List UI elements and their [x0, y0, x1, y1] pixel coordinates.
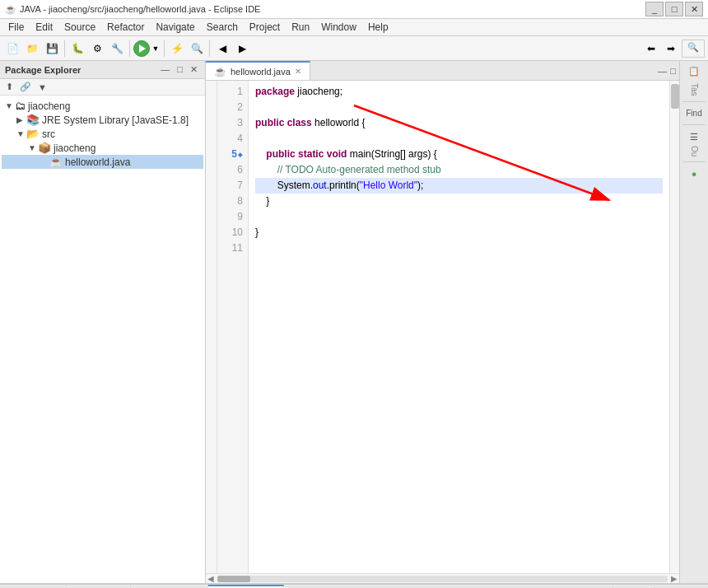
tree-arrow-jiaocheng: ▼: [5, 101, 15, 110]
tree-item-src[interactable]: ▼ 📂 src: [2, 127, 203, 141]
java-file-icon: ☕: [49, 156, 63, 168]
settings-button[interactable]: ⚙: [88, 40, 106, 58]
tools-button[interactable]: 🔧: [108, 40, 126, 58]
toolbar: 📄 📁 💾 🐛 ⚙ 🔧 ▼ ⚡ 🔍 ◀ ▶ ⬅ ➡ 🔍: [0, 36, 708, 61]
scroll-left-arrow[interactable]: ◀: [207, 574, 214, 583]
menu-source[interactable]: Source: [59, 20, 100, 35]
find-replace-button[interactable]: Find: [684, 107, 703, 119]
menu-refactor[interactable]: Refactor: [102, 20, 149, 35]
menu-project[interactable]: Project: [245, 20, 285, 35]
close-panel-button[interactable]: ✕: [188, 63, 200, 76]
library-icon: 📚: [26, 114, 40, 126]
editor-max-button[interactable]: □: [670, 66, 676, 76]
code-line-7: System.out.println("Hello World");: [255, 178, 663, 194]
scroll-right-arrow[interactable]: ▶: [671, 574, 678, 583]
ln-9: 9: [221, 209, 243, 225]
tab-javadoc[interactable]: @ Javadoc: [67, 585, 130, 588]
package-explorer-header: Package Explorer — □ ✕: [0, 61, 205, 79]
tree-arrow-package: ▼: [28, 143, 38, 152]
project-icon: 🗂: [15, 100, 26, 112]
menu-help[interactable]: Help: [363, 20, 394, 35]
editor-min-button[interactable]: —: [658, 66, 667, 76]
prev-button[interactable]: ◀: [213, 40, 231, 58]
menu-edit[interactable]: Edit: [30, 20, 58, 35]
right-sep: [682, 101, 706, 102]
run-button[interactable]: [133, 40, 150, 57]
external-tools-button[interactable]: ⚡: [168, 40, 186, 58]
tree-label-helloworld: helloworld.java: [65, 156, 130, 168]
view-menu-button[interactable]: ▼: [35, 82, 49, 93]
ln-1: 1: [221, 84, 243, 100]
collapse-all-button[interactable]: ⬆: [3, 81, 16, 93]
tree-label-jre: JRE System Library [JavaSE-1.8]: [42, 114, 189, 126]
ln-7: 7: [221, 178, 243, 194]
ln-5: 5⬥: [221, 147, 243, 162]
tree-item-package[interactable]: ▼ 📦 jiaocheng: [2, 141, 203, 155]
menu-window[interactable]: Window: [316, 20, 361, 35]
tab-declaration[interactable]: 📄 Declaration: [131, 585, 209, 588]
editor-area: ☕ helloworld.java ✕ — □ 1 2 3 4 5⬥: [206, 61, 679, 583]
tab-console[interactable]: ▦ Console ✕: [208, 585, 283, 588]
title-bar: ☕ JAVA - jiaocheng/src/jiaocheng/hellowo…: [0, 0, 708, 19]
panel-header-icons: — □ ✕: [158, 63, 200, 76]
new-button[interactable]: 📄: [3, 40, 21, 58]
debug-button[interactable]: 🐛: [68, 40, 86, 58]
back-button[interactable]: ⬅: [642, 40, 660, 58]
minimize-button[interactable]: _: [645, 2, 664, 16]
hscroll-thumb[interactable]: [217, 576, 250, 582]
save-button[interactable]: 💾: [43, 40, 61, 58]
minimize-panel-button[interactable]: —: [158, 63, 172, 76]
tab-java-icon: ☕: [214, 66, 226, 77]
code-line-10: }: [255, 225, 663, 240]
code-content[interactable]: package jiaocheng; public class hellowor…: [249, 81, 669, 573]
menu-navigate[interactable]: Navigate: [151, 20, 199, 35]
maximize-button[interactable]: □: [665, 2, 683, 16]
scrollbar-thumb[interactable]: [671, 84, 679, 109]
ln-6: 6: [221, 162, 243, 178]
tree-label-jiaocheng: jiaocheng: [28, 100, 70, 112]
console-right-button[interactable]: ●: [690, 167, 699, 180]
java-icon: ☕: [5, 4, 16, 15]
horizontal-scrollbar[interactable]: ◀ ▶: [206, 573, 679, 583]
menu-run[interactable]: Run: [286, 20, 314, 35]
search-button[interactable]: 🔍: [188, 40, 206, 58]
run-dropdown[interactable]: ▼: [151, 40, 161, 58]
code-line-9: [255, 209, 663, 225]
editor-tab-helloworld[interactable]: ☕ helloworld.java ✕: [206, 61, 310, 80]
tab-problems[interactable]: ⚠ Problems: [0, 585, 67, 588]
tree-arrow-src: ▼: [16, 129, 26, 138]
ln-4: 4: [221, 131, 243, 147]
code-line-2: [255, 100, 663, 115]
main-layout: Package Explorer — □ ✕ ⬆ 🔗 ▼ ▼ 🗂 jiaoche…: [0, 61, 708, 583]
menu-search[interactable]: Search: [202, 20, 243, 35]
code-line-6: // TODO Auto-generated method stub: [255, 162, 663, 178]
bottom-tabs: ⚠ Problems @ Javadoc 📄 Declaration ▦ Con…: [0, 585, 708, 588]
toolbar-sep-2: [129, 40, 130, 57]
code-line-5: public static void main(String[] args) {: [255, 147, 663, 162]
tab-close-button[interactable]: ✕: [295, 67, 301, 76]
link-editor-button[interactable]: 🔗: [17, 81, 34, 93]
search-box[interactable]: 🔍: [682, 40, 705, 58]
package-icon: 📦: [38, 142, 51, 154]
task-list-button[interactable]: 📋: [687, 64, 701, 78]
right-sep-2: [682, 124, 706, 125]
tree-item-jre[interactable]: ▶ 📚 JRE System Library [JavaSE-1.8]: [2, 113, 203, 127]
tree-item-jiaocheng[interactable]: ▼ 🗂 jiaocheng: [2, 99, 203, 113]
line-numbers: 1 2 3 4 5⬥ 6 7 8 9 10 11: [217, 81, 249, 573]
menu-file[interactable]: File: [3, 20, 29, 35]
outline-button[interactable]: ☰: [688, 130, 700, 144]
right-panel: 📋 Tas Find ☰ Ou ●: [679, 61, 708, 583]
close-button[interactable]: ✕: [685, 2, 703, 16]
package-explorer: Package Explorer — □ ✕ ⬆ 🔗 ▼ ▼ 🗂 jiaoche…: [0, 61, 206, 583]
panel-toolbar: ⬆ 🔗 ▼: [0, 79, 205, 96]
code-line-8: }: [255, 194, 663, 209]
ln-2: 2: [221, 100, 243, 115]
vertical-scrollbar[interactable]: [669, 81, 679, 573]
tree-item-helloworld[interactable]: ▶ ☕ helloworld.java: [2, 155, 203, 169]
tree-label-src: src: [42, 128, 55, 140]
maximize-panel-button[interactable]: □: [175, 63, 185, 76]
next-button[interactable]: ▶: [233, 40, 251, 58]
forward-button[interactable]: ➡: [662, 40, 680, 58]
menu-bar: File Edit Source Refactor Navigate Searc…: [0, 19, 708, 36]
open-button[interactable]: 📁: [23, 40, 41, 58]
